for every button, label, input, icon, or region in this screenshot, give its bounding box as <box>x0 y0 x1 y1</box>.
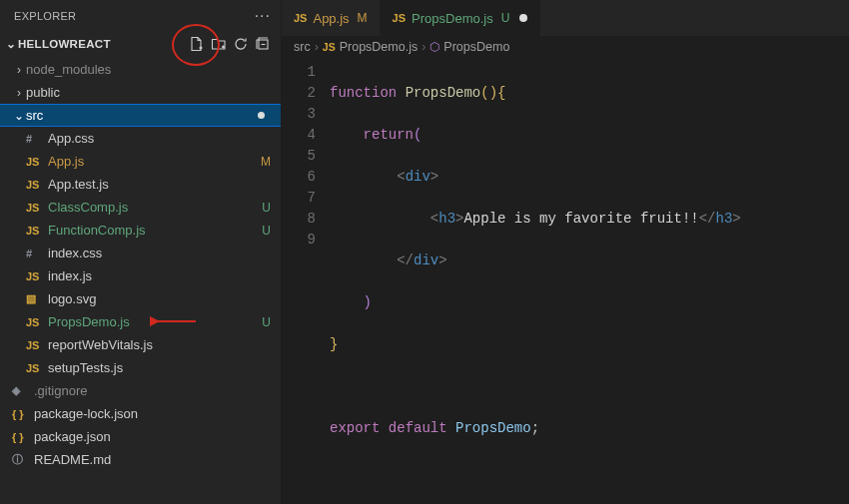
unsaved-dot-icon <box>519 14 527 22</box>
file-label: FunctionComp.js <box>48 223 146 238</box>
chevron-right-icon: › <box>422 40 425 54</box>
file-class-comp[interactable]: JS ClassComp.js U <box>0 196 281 219</box>
file-tree: › node_modules › public ⌄ src # App.css … <box>0 56 281 504</box>
file-label: reportWebVitals.js <box>48 337 153 352</box>
collapse-all-icon[interactable] <box>255 36 271 52</box>
git-modified-badge: M <box>261 155 271 169</box>
file-label: logo.svg <box>48 291 96 306</box>
js-icon: JS <box>26 339 44 351</box>
svg-icon: ▧ <box>26 292 44 305</box>
file-label: package.json <box>34 429 111 444</box>
breadcrumb[interactable]: src › JS PropsDemo.js › ⬡ PropsDemo <box>282 36 849 58</box>
project-actions <box>189 36 275 52</box>
explorer-more-icon[interactable]: ··· <box>255 7 271 25</box>
file-label: ClassComp.js <box>48 200 128 215</box>
file-setup-tests[interactable]: JS setupTests.js <box>0 356 281 379</box>
file-index-js[interactable]: JS index.js <box>0 264 281 287</box>
file-package-json[interactable]: { } package.json <box>0 425 281 448</box>
refresh-icon[interactable] <box>233 36 249 52</box>
tab-bar: JS App.js M JS PropsDemo.js U <box>282 0 849 36</box>
git-icon: ◈ <box>12 384 30 397</box>
file-report-web-vitals[interactable]: JS reportWebVitals.js <box>0 333 281 356</box>
js-icon: JS <box>393 12 406 24</box>
editor-area: JS App.js M JS PropsDemo.js U src › JS P… <box>282 0 849 504</box>
tab-label: App.js <box>313 11 349 26</box>
file-index-css[interactable]: # index.css <box>0 242 281 264</box>
file-readme[interactable]: ⓘ README.md <box>0 448 281 471</box>
project-name: HELLOWREACT <box>18 38 111 50</box>
file-label: index.js <box>48 268 92 283</box>
css-icon: # <box>26 133 44 145</box>
folder-label: public <box>26 85 60 100</box>
js-icon: JS <box>26 225 44 237</box>
tab-label: PropsDemo.js <box>412 11 493 26</box>
new-folder-icon[interactable] <box>211 36 227 52</box>
folder-public[interactable]: › public <box>0 81 281 104</box>
file-app-test-js[interactable]: JS App.test.js <box>0 173 281 196</box>
folder-label: src <box>26 108 43 123</box>
tab-app-js[interactable]: JS App.js M <box>282 0 381 36</box>
breadcrumb-symbol: PropsDemo <box>443 40 509 54</box>
js-icon: JS <box>26 179 44 191</box>
file-label: setupTests.js <box>48 360 123 375</box>
breadcrumb-folder: src <box>294 40 311 54</box>
tab-props-demo[interactable]: JS PropsDemo.js U <box>381 0 541 36</box>
modified-dot-icon <box>258 112 265 119</box>
chevron-right-icon: › <box>12 63 26 77</box>
git-modified-badge: M <box>358 11 368 25</box>
info-icon: ⓘ <box>12 452 30 467</box>
breadcrumb-file: PropsDemo.js <box>340 40 419 54</box>
file-label: PropsDemo.js <box>48 314 130 329</box>
file-app-js[interactable]: JS App.js M <box>0 150 281 173</box>
js-icon: JS <box>294 12 307 24</box>
js-icon: JS <box>26 270 44 282</box>
folder-src[interactable]: ⌄ src <box>0 104 281 127</box>
symbol-icon: ⬡ <box>429 40 439 54</box>
folder-label: node_modules <box>26 62 111 77</box>
js-icon: JS <box>323 41 336 53</box>
chevron-down-icon: ⌄ <box>12 109 26 123</box>
file-label: App.js <box>48 154 84 169</box>
json-icon: { } <box>12 408 30 420</box>
css-icon: # <box>26 248 44 259</box>
code-content[interactable]: function PropsDemo(){ return( <div> <h3>… <box>330 62 849 504</box>
file-app-css[interactable]: # App.css <box>0 127 281 150</box>
annotation-arrow-icon <box>150 312 200 330</box>
file-label: README.md <box>34 452 111 467</box>
file-label: App.test.js <box>48 177 109 192</box>
file-logo-svg[interactable]: ▧ logo.svg <box>0 287 281 310</box>
line-gutter: 1 2 3 4 5 6 7 8 9 <box>282 62 330 504</box>
explorer-header: EXPLORER ··· <box>0 0 281 32</box>
js-icon: JS <box>26 202 44 214</box>
git-untracked-badge: U <box>501 11 510 25</box>
code-editor[interactable]: 1 2 3 4 5 6 7 8 9 function PropsDemo(){ … <box>282 58 849 504</box>
file-label: package-lock.json <box>34 406 138 421</box>
file-package-lock[interactable]: { } package-lock.json <box>0 402 281 425</box>
git-untracked-badge: U <box>262 224 271 238</box>
new-file-icon[interactable] <box>189 36 205 52</box>
file-label: App.css <box>48 131 94 146</box>
js-icon: JS <box>26 316 44 328</box>
file-label: .gitignore <box>34 383 87 398</box>
explorer-title: EXPLORER <box>14 10 76 22</box>
js-icon: JS <box>26 362 44 374</box>
json-icon: { } <box>12 431 30 443</box>
git-untracked-badge: U <box>262 201 271 215</box>
file-label: index.css <box>48 246 102 260</box>
file-props-demo[interactable]: JS PropsDemo.js U <box>0 310 281 333</box>
chevron-right-icon: › <box>315 40 319 54</box>
folder-node-modules[interactable]: › node_modules <box>0 58 281 81</box>
chevron-down-icon: ⌄ <box>4 37 18 51</box>
file-function-comp[interactable]: JS FunctionComp.js U <box>0 219 281 242</box>
chevron-right-icon: › <box>12 86 26 100</box>
explorer-sidebar: EXPLORER ··· ⌄ HELLOWREACT <box>0 0 282 504</box>
project-header[interactable]: ⌄ HELLOWREACT <box>0 32 281 56</box>
js-icon: JS <box>26 156 44 168</box>
git-untracked-badge: U <box>262 315 271 329</box>
file-gitignore[interactable]: ◈ .gitignore <box>0 379 281 402</box>
